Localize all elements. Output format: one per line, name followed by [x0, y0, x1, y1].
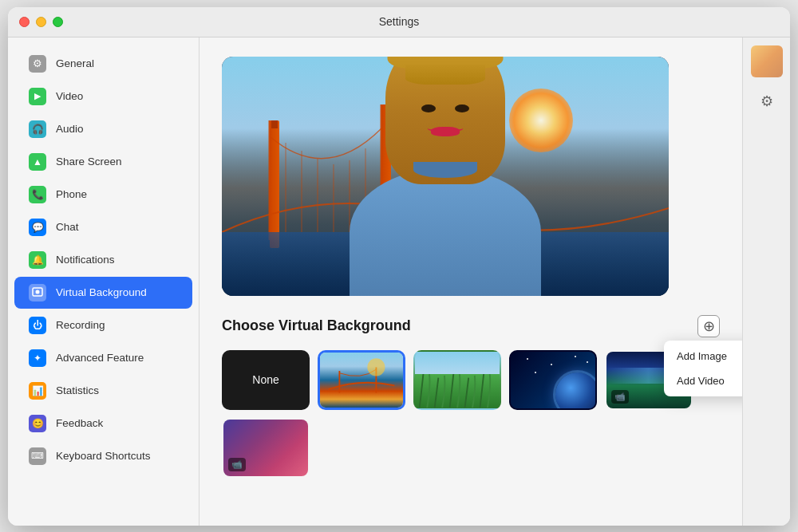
background-gradient-video[interactable]: 📹	[222, 418, 310, 478]
sidebar-item-general[interactable]: ⚙ General	[14, 48, 192, 80]
share-screen-icon: ▲	[29, 153, 46, 171]
video-icon: ▶	[29, 88, 46, 105]
background-grass[interactable]	[413, 350, 501, 410]
content-area: ⚙ General ▶ Video 🎧 Audio ▲ Share Screen…	[8, 37, 790, 526]
sidebar-item-statistics[interactable]: 📊 Statistics	[14, 375, 192, 407]
sidebar-item-virtual-background[interactable]: Virtual Background	[14, 277, 192, 309]
svg-point-10	[367, 358, 385, 376]
sidebar-label-chat: Chat	[56, 221, 79, 233]
virtual-background-icon	[29, 284, 46, 301]
plus-icon: ⊕	[703, 317, 715, 335]
recording-icon: ⏻	[29, 317, 46, 334]
sidebar-item-advanced-feature[interactable]: ✦ Advanced Feature	[14, 342, 192, 374]
sidebar-label-statistics: Statistics	[56, 384, 99, 396]
sidebar-item-phone[interactable]: 📞 Phone	[14, 179, 192, 211]
right-panel: ⚙	[742, 37, 790, 526]
sidebar: ⚙ General ▶ Video 🎧 Audio ▲ Share Screen…	[8, 37, 200, 526]
right-gear-button[interactable]: ⚙	[754, 89, 780, 114]
phone-icon: 📞	[29, 186, 46, 203]
preview-container	[222, 57, 669, 296]
sidebar-label-notifications: Notifications	[56, 254, 115, 266]
sidebar-item-feedback[interactable]: 😊 Feedback	[14, 408, 192, 439]
video-indicator-earth: 📹	[611, 390, 629, 404]
feedback-icon: 😊	[29, 415, 46, 432]
sidebar-item-notifications[interactable]: 🔔 Notifications	[14, 244, 192, 276]
sidebar-label-advanced-feature: Advanced Feature	[56, 352, 144, 364]
user-avatar	[751, 45, 783, 77]
window-title: Settings	[379, 15, 420, 28]
main-content: Choose Virtual Background ⊕ Add Image Ad…	[200, 37, 742, 526]
sidebar-label-virtual-background: Virtual Background	[56, 286, 147, 298]
video-indicator-gradient: 📹	[228, 458, 246, 471]
sidebar-label-feedback: Feedback	[56, 417, 103, 429]
backgrounds-grid: None	[222, 350, 720, 478]
sidebar-item-keyboard-shortcuts[interactable]: ⌨ Keyboard Shortcuts	[14, 440, 192, 472]
keyboard-shortcuts-icon: ⌨	[29, 447, 46, 465]
title-bar: Settings	[8, 7, 790, 37]
add-video-option[interactable]: Add Video	[664, 368, 742, 393]
sidebar-item-video[interactable]: ▶ Video	[14, 81, 192, 112]
sidebar-label-recording: Recording	[56, 319, 105, 331]
statistics-icon: 📊	[29, 382, 46, 400]
sidebar-item-audio[interactable]: 🎧 Audio	[14, 113, 192, 145]
sidebar-label-audio: Audio	[56, 123, 84, 135]
background-bridge[interactable]	[318, 350, 405, 410]
sidebar-label-keyboard-shortcuts: Keyboard Shortcuts	[56, 450, 151, 462]
section-header: Choose Virtual Background ⊕ Add Image Ad…	[222, 315, 720, 337]
add-background-button[interactable]: ⊕	[697, 315, 720, 337]
notifications-icon: 🔔	[29, 251, 46, 269]
sidebar-item-chat[interactable]: 💬 Chat	[14, 211, 192, 243]
minimize-button[interactable]	[36, 17, 46, 27]
background-space[interactable]	[509, 350, 597, 410]
audio-icon: 🎧	[29, 120, 46, 138]
sidebar-label-video: Video	[56, 90, 83, 102]
section-title: Choose Virtual Background	[222, 317, 411, 334]
close-button[interactable]	[19, 17, 30, 27]
sidebar-item-share-screen[interactable]: ▲ Share Screen	[14, 146, 192, 178]
sidebar-label-general: General	[56, 57, 94, 69]
background-none[interactable]: None	[222, 350, 310, 410]
add-background-dropdown: Add Image Add Video	[664, 341, 742, 396]
svg-point-1	[36, 290, 40, 294]
maximize-button[interactable]	[53, 17, 63, 27]
add-image-option[interactable]: Add Image	[664, 344, 742, 368]
chat-icon: 💬	[29, 219, 46, 236]
none-label: None	[252, 373, 279, 386]
sidebar-label-phone: Phone	[56, 188, 87, 200]
advanced-feature-icon: ✦	[29, 349, 46, 367]
traffic-lights	[19, 17, 63, 27]
general-icon: ⚙	[29, 55, 46, 73]
sidebar-label-share-screen: Share Screen	[56, 156, 122, 167]
sidebar-item-recording[interactable]: ⏻ Recording	[14, 309, 192, 341]
app-window: Settings ⚙ General ▶ Video 🎧 Audio ▲ Sha…	[8, 7, 790, 526]
